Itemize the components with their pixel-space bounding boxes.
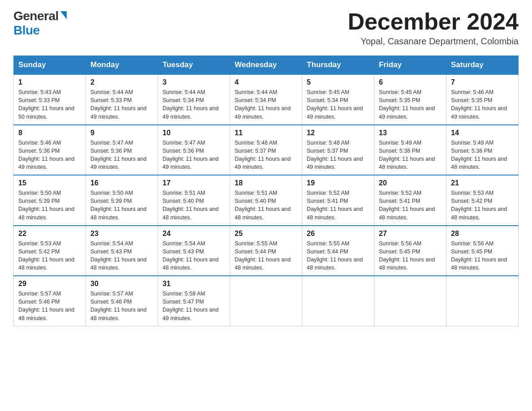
- day-info: Sunrise: 5:48 AMSunset: 5:37 PMDaylight:…: [307, 139, 369, 171]
- day-number: 24: [163, 230, 225, 238]
- calendar-day-cell: 13Sunrise: 5:49 AMSunset: 5:38 PMDayligh…: [374, 125, 446, 176]
- day-info: Sunrise: 5:57 AMSunset: 5:46 PMDaylight:…: [18, 290, 81, 322]
- empty-cell: [374, 276, 446, 326]
- day-number: 16: [90, 179, 153, 187]
- calendar-day-cell: 1Sunrise: 5:43 AMSunset: 5:33 PMDaylight…: [14, 74, 86, 125]
- day-number: 20: [379, 179, 442, 187]
- day-number: 11: [235, 129, 297, 137]
- calendar-table: SundayMondayTuesdayWednesdayThursdayFrid…: [13, 56, 519, 326]
- day-info: Sunrise: 5:56 AMSunset: 5:45 PMDaylight:…: [379, 240, 442, 272]
- empty-cell: [446, 276, 519, 326]
- day-info: Sunrise: 5:57 AMSunset: 5:46 PMDaylight:…: [90, 290, 153, 322]
- header-tuesday: Tuesday: [158, 56, 230, 75]
- calendar-week-row: 29Sunrise: 5:57 AMSunset: 5:46 PMDayligh…: [14, 276, 519, 326]
- calendar-week-row: 15Sunrise: 5:50 AMSunset: 5:39 PMDayligh…: [14, 175, 519, 226]
- logo: General Blue: [13, 9, 67, 38]
- calendar-day-cell: 25Sunrise: 5:55 AMSunset: 5:44 PMDayligh…: [230, 226, 302, 276]
- location: Yopal, Casanare Department, Colombia: [348, 36, 519, 47]
- day-info: Sunrise: 5:46 AMSunset: 5:35 PMDaylight:…: [451, 88, 514, 121]
- day-info: Sunrise: 5:54 AMSunset: 5:43 PMDaylight:…: [90, 240, 153, 272]
- calendar-day-cell: 23Sunrise: 5:54 AMSunset: 5:43 PMDayligh…: [86, 226, 158, 276]
- day-number: 2: [90, 78, 153, 86]
- day-number: 19: [307, 179, 369, 187]
- day-number: 8: [18, 129, 81, 137]
- day-info: Sunrise: 5:58 AMSunset: 5:47 PMDaylight:…: [163, 290, 225, 322]
- day-info: Sunrise: 5:52 AMSunset: 5:41 PMDaylight:…: [379, 189, 442, 222]
- calendar-day-cell: 30Sunrise: 5:57 AMSunset: 5:46 PMDayligh…: [86, 276, 158, 326]
- calendar-day-cell: 5Sunrise: 5:45 AMSunset: 5:34 PMDaylight…: [302, 74, 374, 125]
- day-number: 12: [307, 129, 369, 137]
- day-number: 31: [163, 280, 225, 288]
- logo-general-text: General: [13, 9, 59, 23]
- calendar-day-cell: 26Sunrise: 5:55 AMSunset: 5:44 PMDayligh…: [302, 226, 374, 276]
- calendar-day-cell: 16Sunrise: 5:50 AMSunset: 5:39 PMDayligh…: [86, 175, 158, 226]
- day-number: 21: [451, 179, 514, 187]
- day-info: Sunrise: 5:47 AMSunset: 5:36 PMDaylight:…: [163, 139, 225, 171]
- calendar-day-cell: 11Sunrise: 5:48 AMSunset: 5:37 PMDayligh…: [230, 125, 302, 176]
- day-number: 28: [451, 230, 514, 238]
- calendar-day-cell: 24Sunrise: 5:54 AMSunset: 5:43 PMDayligh…: [158, 226, 230, 276]
- calendar-day-cell: 31Sunrise: 5:58 AMSunset: 5:47 PMDayligh…: [158, 276, 230, 326]
- day-number: 1: [18, 78, 81, 86]
- calendar-day-cell: 18Sunrise: 5:51 AMSunset: 5:40 PMDayligh…: [230, 175, 302, 226]
- day-info: Sunrise: 5:48 AMSunset: 5:37 PMDaylight:…: [235, 139, 297, 171]
- calendar-day-cell: 14Sunrise: 5:49 AMSunset: 5:38 PMDayligh…: [446, 125, 519, 176]
- title-block: December 2024 Yopal, Casanare Department…: [348, 9, 519, 47]
- day-info: Sunrise: 5:55 AMSunset: 5:44 PMDaylight:…: [307, 240, 369, 272]
- calendar-day-cell: 29Sunrise: 5:57 AMSunset: 5:46 PMDayligh…: [14, 276, 86, 326]
- header-thursday: Thursday: [302, 56, 374, 75]
- day-info: Sunrise: 5:53 AMSunset: 5:42 PMDaylight:…: [451, 189, 514, 222]
- calendar-header-row: SundayMondayTuesdayWednesdayThursdayFrid…: [14, 56, 519, 75]
- logo-blue-text: Blue: [13, 23, 40, 38]
- day-info: Sunrise: 5:50 AMSunset: 5:39 PMDaylight:…: [18, 189, 81, 222]
- calendar-day-cell: 28Sunrise: 5:56 AMSunset: 5:45 PMDayligh…: [446, 226, 519, 276]
- day-number: 9: [90, 129, 153, 137]
- day-info: Sunrise: 5:56 AMSunset: 5:45 PMDaylight:…: [451, 240, 514, 272]
- day-number: 18: [235, 179, 297, 187]
- day-number: 3: [163, 78, 225, 86]
- day-info: Sunrise: 5:53 AMSunset: 5:42 PMDaylight:…: [18, 240, 81, 272]
- header-saturday: Saturday: [446, 56, 519, 75]
- calendar-day-cell: 2Sunrise: 5:44 AMSunset: 5:33 PMDaylight…: [86, 74, 158, 125]
- page-header: General Blue December 2024 Yopal, Casana…: [13, 9, 519, 47]
- day-number: 4: [235, 78, 297, 86]
- day-number: 22: [18, 230, 81, 238]
- day-number: 5: [307, 78, 369, 86]
- calendar-day-cell: 20Sunrise: 5:52 AMSunset: 5:41 PMDayligh…: [374, 175, 446, 226]
- calendar-day-cell: 4Sunrise: 5:44 AMSunset: 5:34 PMDaylight…: [230, 74, 302, 125]
- calendar-day-cell: 6Sunrise: 5:45 AMSunset: 5:35 PMDaylight…: [374, 74, 446, 125]
- day-number: 30: [90, 280, 153, 288]
- day-info: Sunrise: 5:49 AMSunset: 5:38 PMDaylight:…: [451, 139, 514, 171]
- calendar-day-cell: 17Sunrise: 5:51 AMSunset: 5:40 PMDayligh…: [158, 175, 230, 226]
- day-info: Sunrise: 5:43 AMSunset: 5:33 PMDaylight:…: [18, 88, 81, 121]
- day-number: 27: [379, 230, 442, 238]
- month-title: December 2024: [348, 9, 519, 34]
- calendar-day-cell: 8Sunrise: 5:46 AMSunset: 5:36 PMDaylight…: [14, 125, 86, 176]
- day-info: Sunrise: 5:49 AMSunset: 5:38 PMDaylight:…: [379, 139, 442, 171]
- day-info: Sunrise: 5:55 AMSunset: 5:44 PMDaylight:…: [235, 240, 297, 272]
- day-number: 6: [379, 78, 442, 86]
- empty-cell: [302, 276, 374, 326]
- calendar-day-cell: 27Sunrise: 5:56 AMSunset: 5:45 PMDayligh…: [374, 226, 446, 276]
- calendar-day-cell: 9Sunrise: 5:47 AMSunset: 5:36 PMDaylight…: [86, 125, 158, 176]
- day-number: 7: [451, 78, 514, 86]
- day-number: 15: [18, 179, 81, 187]
- day-number: 17: [163, 179, 225, 187]
- day-info: Sunrise: 5:44 AMSunset: 5:34 PMDaylight:…: [163, 88, 225, 121]
- day-number: 29: [18, 280, 81, 288]
- day-info: Sunrise: 5:45 AMSunset: 5:34 PMDaylight:…: [307, 88, 369, 121]
- day-number: 25: [235, 230, 297, 238]
- day-info: Sunrise: 5:52 AMSunset: 5:41 PMDaylight:…: [307, 189, 369, 222]
- day-info: Sunrise: 5:44 AMSunset: 5:33 PMDaylight:…: [90, 88, 153, 121]
- header-monday: Monday: [86, 56, 158, 75]
- calendar-day-cell: 22Sunrise: 5:53 AMSunset: 5:42 PMDayligh…: [14, 226, 86, 276]
- day-number: 23: [90, 230, 153, 238]
- empty-cell: [230, 276, 302, 326]
- day-info: Sunrise: 5:54 AMSunset: 5:43 PMDaylight:…: [163, 240, 225, 272]
- day-info: Sunrise: 5:45 AMSunset: 5:35 PMDaylight:…: [379, 88, 442, 121]
- calendar-day-cell: 3Sunrise: 5:44 AMSunset: 5:34 PMDaylight…: [158, 74, 230, 125]
- day-info: Sunrise: 5:50 AMSunset: 5:39 PMDaylight:…: [90, 189, 153, 222]
- calendar-day-cell: 21Sunrise: 5:53 AMSunset: 5:42 PMDayligh…: [446, 175, 519, 226]
- day-number: 13: [379, 129, 442, 137]
- day-number: 14: [451, 129, 514, 137]
